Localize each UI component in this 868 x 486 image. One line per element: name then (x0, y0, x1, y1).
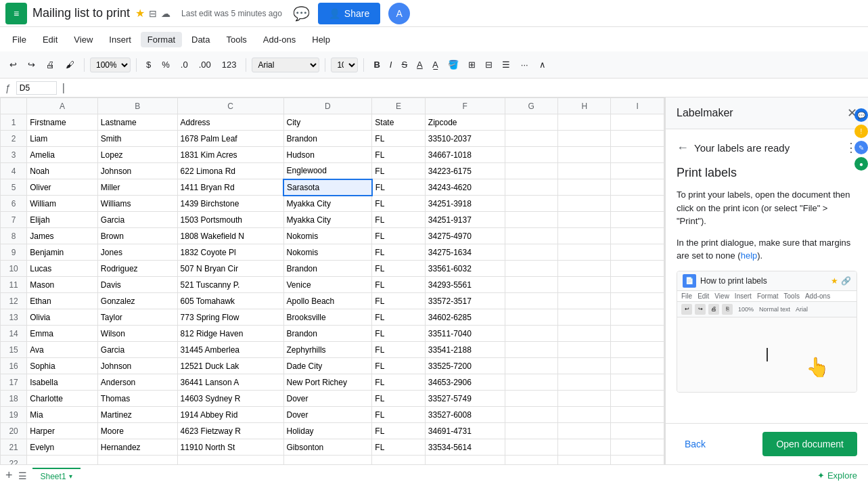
cell-e19[interactable]: FL (372, 407, 425, 423)
cell-c3[interactable]: 1831 Kim Acres (177, 147, 283, 163)
cell-d19[interactable]: Dover (283, 407, 372, 423)
row-19-header[interactable]: 19 (1, 407, 27, 423)
cell-b1[interactable]: Lastname (97, 114, 177, 131)
cell-h2[interactable] (557, 131, 610, 147)
menu-tools[interactable]: Tools (219, 32, 253, 47)
menu-edit[interactable]: Edit (36, 32, 64, 47)
cell-a7[interactable]: Elijah (27, 212, 98, 228)
explore-icon[interactable]: ✦ Explore (817, 470, 863, 481)
cell-i5[interactable] (611, 179, 664, 196)
col-header-f[interactable]: F (425, 98, 505, 114)
cell-i11[interactable] (611, 277, 664, 293)
cell-d11[interactable]: Venice (283, 277, 372, 293)
cell-g6[interactable] (505, 196, 557, 212)
cell-d15[interactable]: Zephyrhills (283, 342, 372, 358)
cell-f9[interactable]: 34275-1634 (425, 244, 505, 261)
cell-h8[interactable] (557, 228, 610, 244)
cell-g14[interactable] (505, 326, 557, 342)
cell-c18[interactable]: 14603 Sydney R (177, 391, 283, 407)
undo-button[interactable]: ↩ (5, 57, 21, 72)
cell-h17[interactable] (557, 374, 610, 391)
cell-a13[interactable]: Olivia (27, 309, 98, 326)
font-select[interactable]: Arial (252, 58, 319, 72)
cell-a16[interactable]: Sophia (27, 358, 98, 374)
cell-i18[interactable] (611, 391, 664, 407)
cell-c17[interactable]: 36441 Lanson A (177, 374, 283, 391)
cell-d8[interactable]: Nokomis (283, 228, 372, 244)
sheet-tab-sheet1[interactable]: Sheet1 ▾ (32, 468, 81, 484)
cell-h6[interactable] (557, 196, 610, 212)
row-7-header[interactable]: 7 (1, 212, 27, 228)
cell-a15[interactable]: Ava (27, 342, 98, 358)
col-header-c[interactable]: C (177, 98, 283, 114)
cell-d3[interactable]: Hudson (283, 147, 372, 163)
percent-button[interactable]: % (158, 57, 174, 72)
fill-color-button[interactable]: 🪣 (444, 57, 463, 72)
cell-f5[interactable]: 34243-4620 (425, 179, 505, 196)
cell-e5[interactable]: FL (372, 179, 425, 196)
cell-c21[interactable]: 11910 North St (177, 439, 283, 456)
cell-g2[interactable] (505, 131, 557, 147)
back-button[interactable]: Back (677, 433, 714, 455)
cell-i17[interactable] (611, 374, 664, 391)
cell-g20[interactable] (505, 423, 557, 439)
row-20-header[interactable]: 20 (1, 423, 27, 439)
cell-e2[interactable]: FL (372, 131, 425, 147)
cell-h1[interactable] (557, 114, 610, 131)
cell-b19[interactable]: Martinez (97, 407, 177, 423)
cell-f11[interactable]: 34293-5561 (425, 277, 505, 293)
cell-b14[interactable]: Wilson (97, 326, 177, 342)
cell-b8[interactable]: Brown (97, 228, 177, 244)
cell-f17[interactable]: 34653-2906 (425, 374, 505, 391)
cell-i6[interactable] (611, 196, 664, 212)
cell-i9[interactable] (611, 244, 664, 261)
cell-h3[interactable] (557, 147, 610, 163)
cell-a12[interactable]: Ethan (27, 293, 98, 309)
row-3-header[interactable]: 3 (1, 147, 27, 163)
decimal2-button[interactable]: .00 (195, 57, 215, 72)
row-11-header[interactable]: 11 (1, 277, 27, 293)
cell-f18[interactable]: 33527-5749 (425, 391, 505, 407)
row-13-header[interactable]: 13 (1, 309, 27, 326)
cell-d14[interactable]: Brandon (283, 326, 372, 342)
cell-g12[interactable] (505, 293, 557, 309)
cell-b11[interactable]: Davis (97, 277, 177, 293)
cell-i21[interactable] (611, 439, 664, 456)
cell-g1[interactable] (505, 114, 557, 131)
cell-e16[interactable]: FL (372, 358, 425, 374)
cell-i4[interactable] (611, 163, 664, 179)
cell-c6[interactable]: 1439 Birchstone (177, 196, 283, 212)
cell-a6[interactable]: William (27, 196, 98, 212)
italic-button[interactable]: I (386, 57, 396, 72)
cell-i19[interactable] (611, 407, 664, 423)
cell-a21[interactable]: Evelyn (27, 439, 98, 456)
cell-h12[interactable] (557, 293, 610, 309)
col-header-d[interactable]: D (283, 98, 372, 114)
cell-d10[interactable]: Brandon (283, 261, 372, 277)
cell-d22[interactable] (283, 456, 372, 465)
cell-f4[interactable]: 34223-6175 (425, 163, 505, 179)
row-18-header[interactable]: 18 (1, 391, 27, 407)
cell-i15[interactable] (611, 342, 664, 358)
menu-file[interactable]: File (5, 32, 33, 47)
cell-d9[interactable]: Nokomis (283, 244, 372, 261)
row-12-header[interactable]: 12 (1, 293, 27, 309)
cell-f1[interactable]: Zipcode (425, 114, 505, 131)
cell-i1[interactable] (611, 114, 664, 131)
cell-a11[interactable]: Mason (27, 277, 98, 293)
col-header-a[interactable]: A (27, 98, 98, 114)
cell-a20[interactable]: Harper (27, 423, 98, 439)
cell-a18[interactable]: Charlotte (27, 391, 98, 407)
cell-g4[interactable] (505, 163, 557, 179)
paint-format-button[interactable]: 🖌 (62, 57, 78, 72)
cell-h15[interactable] (557, 342, 610, 358)
cell-reference[interactable] (16, 81, 57, 95)
cell-b9[interactable]: Jones (97, 244, 177, 261)
row-14-header[interactable]: 14 (1, 326, 27, 342)
cell-h16[interactable] (557, 358, 610, 374)
cell-d4[interactable]: Englewood (283, 163, 372, 179)
cell-b4[interactable]: Johnson (97, 163, 177, 179)
cell-c13[interactable]: 773 Spring Flow (177, 309, 283, 326)
cell-c20[interactable]: 4623 Fietzway R (177, 423, 283, 439)
cell-i8[interactable] (611, 228, 664, 244)
